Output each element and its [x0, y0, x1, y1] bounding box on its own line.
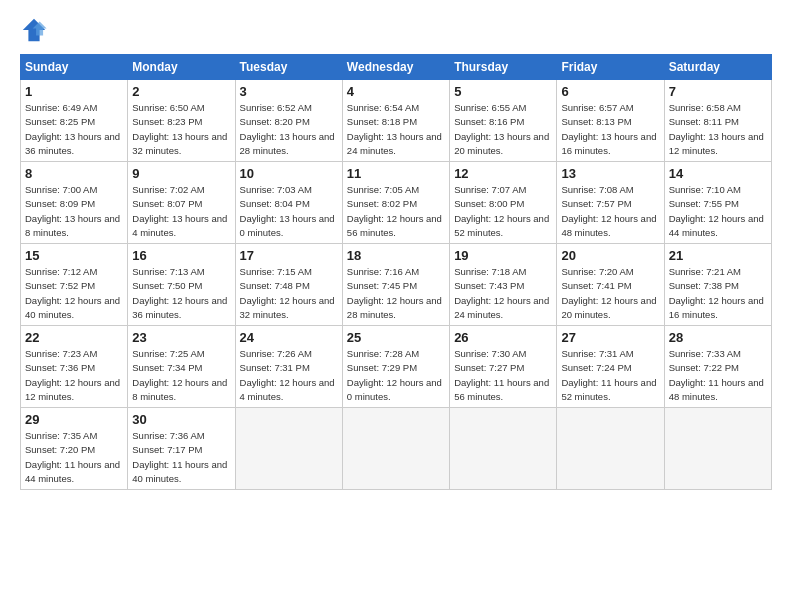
page: SundayMondayTuesdayWednesdayThursdayFrid… — [0, 0, 792, 612]
day-detail: Sunrise: 7:02 AMSunset: 8:07 PMDaylight:… — [132, 183, 230, 240]
day-detail: Sunrise: 7:20 AMSunset: 7:41 PMDaylight:… — [561, 265, 659, 322]
calendar-cell: 17Sunrise: 7:15 AMSunset: 7:48 PMDayligh… — [235, 244, 342, 326]
day-detail: Sunrise: 7:35 AMSunset: 7:20 PMDaylight:… — [25, 429, 123, 486]
day-detail: Sunrise: 7:33 AMSunset: 7:22 PMDaylight:… — [669, 347, 767, 404]
day-header-thursday: Thursday — [450, 55, 557, 80]
calendar-cell — [235, 408, 342, 490]
calendar-cell: 18Sunrise: 7:16 AMSunset: 7:45 PMDayligh… — [342, 244, 449, 326]
calendar-header-row: SundayMondayTuesdayWednesdayThursdayFrid… — [21, 55, 772, 80]
day-number: 14 — [669, 166, 767, 181]
calendar-cell: 19Sunrise: 7:18 AMSunset: 7:43 PMDayligh… — [450, 244, 557, 326]
day-detail: Sunrise: 6:58 AMSunset: 8:11 PMDaylight:… — [669, 101, 767, 158]
day-number: 27 — [561, 330, 659, 345]
day-detail: Sunrise: 7:21 AMSunset: 7:38 PMDaylight:… — [669, 265, 767, 322]
day-header-wednesday: Wednesday — [342, 55, 449, 80]
calendar-cell: 8Sunrise: 7:00 AMSunset: 8:09 PMDaylight… — [21, 162, 128, 244]
calendar-cell: 14Sunrise: 7:10 AMSunset: 7:55 PMDayligh… — [664, 162, 771, 244]
calendar-cell: 9Sunrise: 7:02 AMSunset: 8:07 PMDaylight… — [128, 162, 235, 244]
day-number: 18 — [347, 248, 445, 263]
day-header-sunday: Sunday — [21, 55, 128, 80]
day-detail: Sunrise: 7:13 AMSunset: 7:50 PMDaylight:… — [132, 265, 230, 322]
calendar-cell: 16Sunrise: 7:13 AMSunset: 7:50 PMDayligh… — [128, 244, 235, 326]
calendar-cell: 10Sunrise: 7:03 AMSunset: 8:04 PMDayligh… — [235, 162, 342, 244]
day-number: 17 — [240, 248, 338, 263]
day-number: 19 — [454, 248, 552, 263]
day-detail: Sunrise: 7:05 AMSunset: 8:02 PMDaylight:… — [347, 183, 445, 240]
calendar-cell: 4Sunrise: 6:54 AMSunset: 8:18 PMDaylight… — [342, 80, 449, 162]
calendar-cell: 12Sunrise: 7:07 AMSunset: 8:00 PMDayligh… — [450, 162, 557, 244]
day-number: 13 — [561, 166, 659, 181]
day-detail: Sunrise: 7:10 AMSunset: 7:55 PMDaylight:… — [669, 183, 767, 240]
day-detail: Sunrise: 6:49 AMSunset: 8:25 PMDaylight:… — [25, 101, 123, 158]
calendar-cell: 22Sunrise: 7:23 AMSunset: 7:36 PMDayligh… — [21, 326, 128, 408]
day-number: 21 — [669, 248, 767, 263]
day-detail: Sunrise: 7:07 AMSunset: 8:00 PMDaylight:… — [454, 183, 552, 240]
calendar-cell — [664, 408, 771, 490]
day-header-tuesday: Tuesday — [235, 55, 342, 80]
day-detail: Sunrise: 7:03 AMSunset: 8:04 PMDaylight:… — [240, 183, 338, 240]
calendar-cell: 30Sunrise: 7:36 AMSunset: 7:17 PMDayligh… — [128, 408, 235, 490]
calendar-cell: 2Sunrise: 6:50 AMSunset: 8:23 PMDaylight… — [128, 80, 235, 162]
day-number: 1 — [25, 84, 123, 99]
calendar-week-4: 22Sunrise: 7:23 AMSunset: 7:36 PMDayligh… — [21, 326, 772, 408]
calendar-cell: 27Sunrise: 7:31 AMSunset: 7:24 PMDayligh… — [557, 326, 664, 408]
header — [20, 16, 772, 44]
calendar-cell: 21Sunrise: 7:21 AMSunset: 7:38 PMDayligh… — [664, 244, 771, 326]
day-number: 9 — [132, 166, 230, 181]
day-header-saturday: Saturday — [664, 55, 771, 80]
day-number: 8 — [25, 166, 123, 181]
calendar-cell: 11Sunrise: 7:05 AMSunset: 8:02 PMDayligh… — [342, 162, 449, 244]
day-detail: Sunrise: 6:55 AMSunset: 8:16 PMDaylight:… — [454, 101, 552, 158]
calendar-cell: 24Sunrise: 7:26 AMSunset: 7:31 PMDayligh… — [235, 326, 342, 408]
day-number: 15 — [25, 248, 123, 263]
day-detail: Sunrise: 7:25 AMSunset: 7:34 PMDaylight:… — [132, 347, 230, 404]
calendar-week-1: 1Sunrise: 6:49 AMSunset: 8:25 PMDaylight… — [21, 80, 772, 162]
day-detail: Sunrise: 6:50 AMSunset: 8:23 PMDaylight:… — [132, 101, 230, 158]
calendar-table: SundayMondayTuesdayWednesdayThursdayFrid… — [20, 54, 772, 490]
calendar-cell: 6Sunrise: 6:57 AMSunset: 8:13 PMDaylight… — [557, 80, 664, 162]
calendar-cell — [557, 408, 664, 490]
day-detail: Sunrise: 6:57 AMSunset: 8:13 PMDaylight:… — [561, 101, 659, 158]
day-detail: Sunrise: 6:52 AMSunset: 8:20 PMDaylight:… — [240, 101, 338, 158]
day-detail: Sunrise: 7:00 AMSunset: 8:09 PMDaylight:… — [25, 183, 123, 240]
day-detail: Sunrise: 6:54 AMSunset: 8:18 PMDaylight:… — [347, 101, 445, 158]
calendar-cell: 1Sunrise: 6:49 AMSunset: 8:25 PMDaylight… — [21, 80, 128, 162]
day-detail: Sunrise: 7:31 AMSunset: 7:24 PMDaylight:… — [561, 347, 659, 404]
day-number: 16 — [132, 248, 230, 263]
day-detail: Sunrise: 7:08 AMSunset: 7:57 PMDaylight:… — [561, 183, 659, 240]
day-detail: Sunrise: 7:18 AMSunset: 7:43 PMDaylight:… — [454, 265, 552, 322]
calendar-week-3: 15Sunrise: 7:12 AMSunset: 7:52 PMDayligh… — [21, 244, 772, 326]
day-number: 23 — [132, 330, 230, 345]
day-number: 25 — [347, 330, 445, 345]
day-detail: Sunrise: 7:12 AMSunset: 7:52 PMDaylight:… — [25, 265, 123, 322]
calendar-cell: 23Sunrise: 7:25 AMSunset: 7:34 PMDayligh… — [128, 326, 235, 408]
calendar-cell: 20Sunrise: 7:20 AMSunset: 7:41 PMDayligh… — [557, 244, 664, 326]
day-number: 22 — [25, 330, 123, 345]
day-number: 10 — [240, 166, 338, 181]
day-detail: Sunrise: 7:26 AMSunset: 7:31 PMDaylight:… — [240, 347, 338, 404]
calendar-week-2: 8Sunrise: 7:00 AMSunset: 8:09 PMDaylight… — [21, 162, 772, 244]
day-number: 28 — [669, 330, 767, 345]
day-number: 29 — [25, 412, 123, 427]
calendar-cell: 15Sunrise: 7:12 AMSunset: 7:52 PMDayligh… — [21, 244, 128, 326]
day-detail: Sunrise: 7:23 AMSunset: 7:36 PMDaylight:… — [25, 347, 123, 404]
day-detail: Sunrise: 7:28 AMSunset: 7:29 PMDaylight:… — [347, 347, 445, 404]
day-number: 6 — [561, 84, 659, 99]
day-detail: Sunrise: 7:30 AMSunset: 7:27 PMDaylight:… — [454, 347, 552, 404]
day-number: 7 — [669, 84, 767, 99]
calendar-cell — [450, 408, 557, 490]
day-detail: Sunrise: 7:36 AMSunset: 7:17 PMDaylight:… — [132, 429, 230, 486]
day-number: 11 — [347, 166, 445, 181]
calendar-cell: 26Sunrise: 7:30 AMSunset: 7:27 PMDayligh… — [450, 326, 557, 408]
day-number: 2 — [132, 84, 230, 99]
day-number: 20 — [561, 248, 659, 263]
day-header-monday: Monday — [128, 55, 235, 80]
calendar-cell: 3Sunrise: 6:52 AMSunset: 8:20 PMDaylight… — [235, 80, 342, 162]
calendar-cell: 7Sunrise: 6:58 AMSunset: 8:11 PMDaylight… — [664, 80, 771, 162]
day-detail: Sunrise: 7:15 AMSunset: 7:48 PMDaylight:… — [240, 265, 338, 322]
calendar-cell: 28Sunrise: 7:33 AMSunset: 7:22 PMDayligh… — [664, 326, 771, 408]
logo — [20, 16, 52, 44]
day-number: 24 — [240, 330, 338, 345]
calendar-cell: 29Sunrise: 7:35 AMSunset: 7:20 PMDayligh… — [21, 408, 128, 490]
day-number: 30 — [132, 412, 230, 427]
